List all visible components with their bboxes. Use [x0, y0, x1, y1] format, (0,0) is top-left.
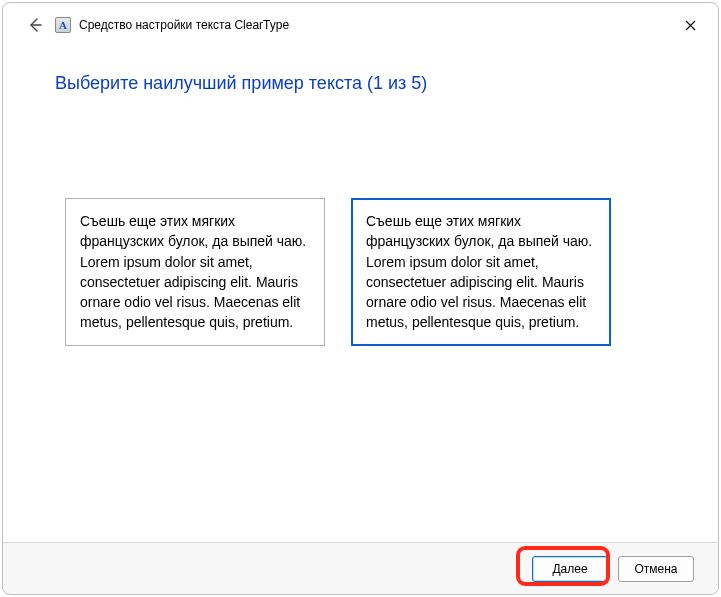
back-icon[interactable] [25, 15, 45, 35]
next-button[interactable]: Далее [532, 556, 608, 582]
titlebar: A Средство настройки текста ClearType [3, 3, 718, 47]
content-area: Выберите наилучший пример текста (1 из 5… [3, 47, 718, 542]
text-sample-1[interactable]: Съешь еще этих мягких французских булок,… [65, 198, 325, 346]
sample-row: Съешь еще этих мягких французских булок,… [65, 198, 668, 346]
window-title: Средство настройки текста ClearType [79, 18, 289, 32]
wizard-window: A Средство настройки текста ClearType Вы… [2, 2, 719, 595]
page-heading: Выберите наилучший пример текста (1 из 5… [55, 73, 668, 94]
cancel-button[interactable]: Отмена [618, 556, 694, 582]
close-icon[interactable] [676, 13, 704, 37]
footer-bar: Далее Отмена [3, 542, 718, 594]
text-sample-2[interactable]: Съешь еще этих мягких французских булок,… [351, 198, 611, 346]
app-icon: A [55, 17, 71, 33]
